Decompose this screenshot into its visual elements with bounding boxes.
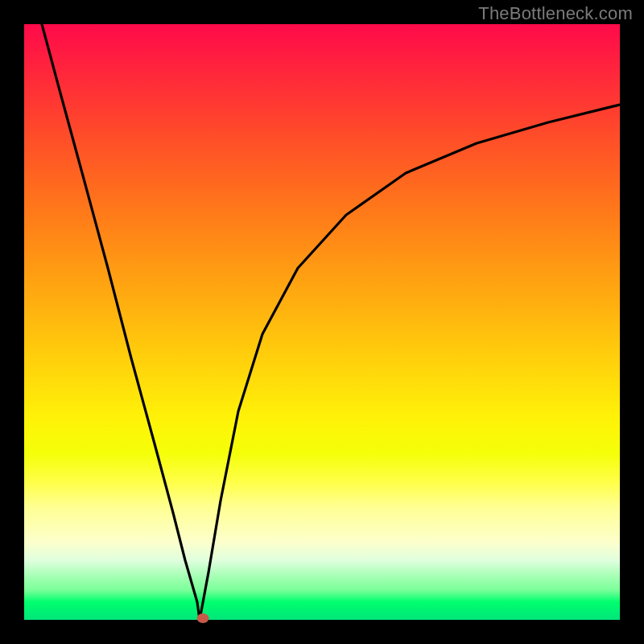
chart-frame: TheBottleneck.com [0, 0, 644, 644]
bottleneck-curve [24, 24, 620, 620]
curve-left-branch [42, 24, 200, 620]
plot-area [24, 24, 620, 620]
curve-right-branch [200, 105, 620, 620]
optimal-point-marker [197, 613, 209, 623]
watermark-text: TheBottleneck.com [478, 3, 633, 24]
